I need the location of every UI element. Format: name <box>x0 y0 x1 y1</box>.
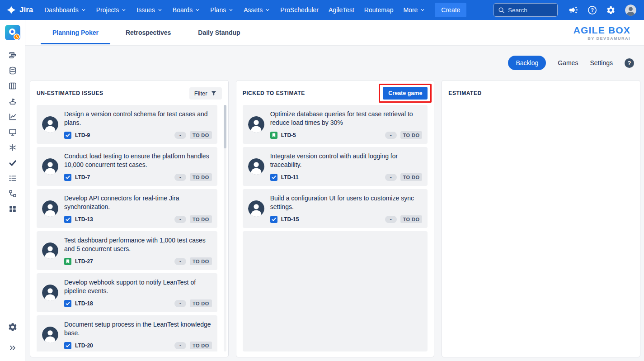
panel-unestimated-issues: UN-ESTIMATED ISSUES Filter Design a vers… <box>30 80 229 357</box>
nav-item-plans[interactable]: Plans <box>205 3 239 17</box>
issue-key[interactable]: LTD-13 <box>75 216 93 223</box>
issue-card[interactable]: Optimize database queries for test case … <box>243 105 428 144</box>
issue-card[interactable]: Document setup process in the LeanTest k… <box>37 315 217 352</box>
expand-sidebar-icon[interactable] <box>4 341 22 355</box>
issue-card[interactable]: Integrate version control with audit log… <box>243 147 428 186</box>
sidebar-bottom <box>4 319 22 356</box>
issue-summary: Build a configuration UI for users to cu… <box>270 194 423 211</box>
issue-status-badge[interactable]: TO DO <box>190 299 212 307</box>
create-game-button[interactable]: Create game <box>383 87 428 100</box>
search-box[interactable] <box>494 3 558 17</box>
nav-item-label: Plans <box>210 6 226 14</box>
nav-item-label: Dashboards <box>44 6 79 14</box>
issue-card-body: Integrate version control with audit log… <box>270 152 423 181</box>
issue-status-badge[interactable]: TO DO <box>190 131 212 139</box>
database-icon[interactable] <box>4 64 22 77</box>
scrollbar-thumb[interactable] <box>224 105 226 148</box>
create-button[interactable]: Create <box>435 3 466 17</box>
assignee-avatar <box>42 200 58 217</box>
issue-meta-row: LTD-5 - TO DO <box>270 131 423 139</box>
chevron-down-icon <box>265 7 270 13</box>
panel-title: ESTIMATED <box>448 90 481 96</box>
help-circle-icon[interactable]: ? <box>625 58 634 68</box>
nav-item-boards[interactable]: Boards <box>168 3 205 17</box>
grid-icon[interactable] <box>4 202 22 216</box>
issue-key[interactable]: LTD-9 <box>75 132 90 138</box>
issue-key[interactable]: LTD-15 <box>281 216 299 223</box>
tab-retrospectives[interactable]: Retrospectives <box>112 20 184 45</box>
chevron-down-icon <box>121 7 127 13</box>
filter-button[interactable]: Filter <box>189 87 222 100</box>
tab-planning-poker[interactable]: Planning Poker <box>39 20 112 45</box>
issue-card-body: Develop webhook support to notify LeanTe… <box>64 278 212 307</box>
issue-meta-row: LTD-11 - TO DO <box>270 173 423 181</box>
board-icon[interactable] <box>4 79 22 93</box>
monitor-icon[interactable] <box>4 125 22 139</box>
issue-key[interactable]: LTD-27 <box>75 258 93 265</box>
structure-icon[interactable] <box>4 187 22 200</box>
timeline-icon[interactable] <box>4 48 22 62</box>
issue-status-badge[interactable]: TO DO <box>400 131 423 139</box>
tab-daily-standup[interactable]: Daily Standup <box>184 20 254 45</box>
nav-item-projects[interactable]: Projects <box>91 3 132 17</box>
jira-home-link[interactable]: Jira <box>6 5 33 15</box>
task-icon <box>64 132 71 139</box>
help-icon[interactable]: ? <box>588 5 597 15</box>
issue-status-badge[interactable]: TO DO <box>190 257 212 265</box>
tab-label: Retrospectives <box>126 29 171 36</box>
issue-card[interactable]: Design a version control schema for test… <box>37 105 217 144</box>
view-games-button[interactable]: Games <box>558 59 578 66</box>
top-nav-icons: ? <box>569 4 637 16</box>
nav-item-agiletest[interactable]: AgileTest <box>324 3 359 17</box>
issue-status-badge[interactable]: TO DO <box>400 215 423 223</box>
user-avatar[interactable] <box>625 4 637 16</box>
issue-card[interactable]: Develop webhook support to notify LeanTe… <box>37 273 217 312</box>
panel-header: UN-ESTIMATED ISSUES Filter <box>37 86 222 100</box>
scrollbar[interactable] <box>224 105 226 352</box>
chart-icon[interactable] <box>4 110 22 124</box>
apps-icon[interactable] <box>4 141 22 154</box>
issue-card[interactable]: Build a configuration UI for users to cu… <box>243 189 428 228</box>
nav-item-assets[interactable]: Assets <box>239 3 275 17</box>
settings-icon[interactable] <box>4 320 22 334</box>
issue-summary: Develop API connectors for real-time Jir… <box>64 194 212 211</box>
nav-item-label: ProScheduler <box>280 6 319 14</box>
issue-key[interactable]: LTD-7 <box>75 174 90 180</box>
settings-gear-icon[interactable] <box>606 5 616 15</box>
issue-key[interactable]: LTD-18 <box>75 300 93 307</box>
agile-box-app-icon[interactable] <box>5 25 20 40</box>
nav-item-proscheduler[interactable]: ProScheduler <box>275 3 324 17</box>
nav-item-routemap[interactable]: Routemap <box>359 3 399 17</box>
nav-item-more[interactable]: More <box>398 3 430 17</box>
chevron-down-icon <box>228 7 234 13</box>
nav-item-dashboards[interactable]: Dashboards <box>39 3 91 17</box>
issue-status-badge[interactable]: TO DO <box>190 173 212 181</box>
issue-meta-row: LTD-7 - TO DO <box>64 173 212 181</box>
nav-item-issues[interactable]: Issues <box>132 3 167 17</box>
search-input[interactable] <box>508 7 553 14</box>
task-icon <box>64 174 71 181</box>
issue-card-body: Conduct load testing to ensure the platf… <box>64 152 212 181</box>
issue-key[interactable]: LTD-20 <box>75 342 93 349</box>
tab-label: Planning Poker <box>52 29 99 36</box>
svg-text:?: ? <box>591 7 594 13</box>
view-settings-button[interactable]: Settings <box>590 59 613 66</box>
issue-key[interactable]: LTD-5 <box>281 132 296 138</box>
backlog-icon[interactable] <box>4 171 22 185</box>
filter-icon <box>211 90 217 96</box>
assignee-avatar <box>42 116 58 133</box>
ship-icon[interactable] <box>4 95 22 108</box>
issue-status-badge[interactable]: TO DO <box>190 342 212 349</box>
agile-box-title: AGILE BOX <box>573 25 630 36</box>
issue-status-badge[interactable]: TO DO <box>190 215 212 223</box>
issue-card[interactable]: Conduct load testing to ensure the platf… <box>37 147 217 186</box>
view-backlog-button[interactable]: Backlog <box>508 56 546 70</box>
megaphone-icon[interactable] <box>569 5 578 15</box>
issue-meta-row: LTD-18 - TO DO <box>64 299 212 307</box>
task-icon <box>64 216 71 223</box>
issue-card[interactable]: Test dashboard performance with 1,000 te… <box>37 231 217 270</box>
issue-status-badge[interactable]: TO DO <box>400 173 423 181</box>
agiletest-check-icon[interactable] <box>4 156 22 170</box>
issue-key[interactable]: LTD-11 <box>281 174 299 180</box>
issue-card[interactable]: Develop API connectors for real-time Jir… <box>37 189 217 228</box>
